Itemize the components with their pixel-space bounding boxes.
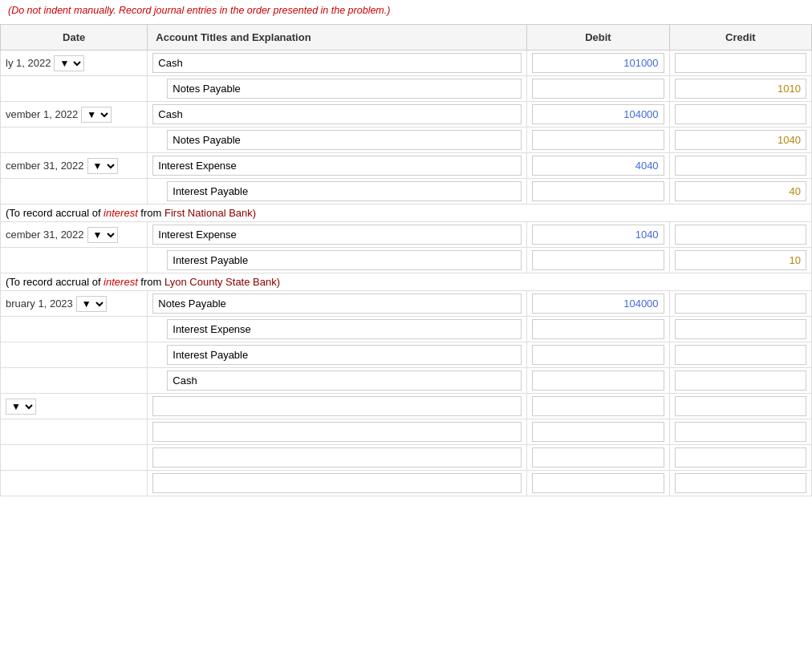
account-input-13-0[interactable] xyxy=(167,370,522,391)
account-input-12-0[interactable] xyxy=(167,345,522,365)
credit-input-4-0[interactable] xyxy=(675,156,806,176)
date-label-10: bruary 1, 2023 xyxy=(6,298,73,310)
credit-cell-17-0 xyxy=(669,471,811,496)
debit-input-8-0[interactable] xyxy=(532,250,664,270)
col-header-account: Account Titles and Explanation xyxy=(148,25,527,51)
account-input-17-0[interactable] xyxy=(152,473,522,493)
date-dropdown-2[interactable]: ▼ xyxy=(81,107,112,123)
account-input-15-0[interactable] xyxy=(152,422,522,442)
debit-input-0-0[interactable] xyxy=(532,53,664,73)
account-cell-1-0 xyxy=(148,76,527,102)
debit-input-12-0[interactable] xyxy=(532,345,664,365)
debit-cell-17-0 xyxy=(527,471,669,496)
debit-cell-5-0 xyxy=(527,179,669,204)
table-row: bruary 1, 2023▼ xyxy=(1,291,812,317)
date-cell-17 xyxy=(1,471,148,496)
date-cell-5 xyxy=(1,179,148,204)
debit-input-14-0[interactable] xyxy=(532,396,664,416)
account-cell-0-0 xyxy=(148,51,527,76)
table-row xyxy=(1,471,812,496)
credit-input-2-0[interactable] xyxy=(675,104,806,124)
account-input-8-0[interactable] xyxy=(167,250,522,270)
credit-input-14-0[interactable] xyxy=(675,396,806,416)
account-cell-14-0 xyxy=(148,394,527,419)
account-cell-4-0 xyxy=(148,153,527,179)
credit-input-5-0[interactable] xyxy=(675,181,806,201)
credit-input-8-0[interactable] xyxy=(675,250,806,270)
credit-input-10-0[interactable] xyxy=(675,294,806,314)
date-cell-1 xyxy=(1,76,148,102)
debit-input-1-0[interactable] xyxy=(532,79,664,99)
date-cell-10: bruary 1, 2023▼ xyxy=(1,291,148,317)
credit-input-13-0[interactable] xyxy=(675,370,806,391)
account-cell-10-0 xyxy=(148,291,527,317)
account-cell-16-0 xyxy=(148,445,527,471)
credit-cell-8-0 xyxy=(669,248,811,273)
debit-input-17-0[interactable] xyxy=(532,473,664,493)
debit-input-13-0[interactable] xyxy=(532,370,664,391)
credit-input-15-0[interactable] xyxy=(675,422,806,442)
table-row: cember 31, 2022▼ xyxy=(1,222,812,248)
credit-input-1-0[interactable] xyxy=(675,79,806,99)
table-row xyxy=(1,342,812,368)
debit-cell-13-0 xyxy=(527,368,669,394)
table-row: cember 31, 2022▼ xyxy=(1,153,812,179)
account-input-3-0[interactable] xyxy=(167,130,522,150)
credit-input-17-0[interactable] xyxy=(675,473,806,493)
date-cell-8 xyxy=(1,248,148,273)
debit-input-16-0[interactable] xyxy=(532,447,664,468)
debit-input-2-0[interactable] xyxy=(532,104,664,124)
date-cell-4: cember 31, 2022▼ xyxy=(1,153,148,179)
account-input-2-0[interactable] xyxy=(152,104,522,124)
debit-input-3-0[interactable] xyxy=(532,130,664,150)
debit-input-11-0[interactable] xyxy=(532,319,664,339)
account-cell-2-0 xyxy=(148,102,527,128)
credit-cell-4-0 xyxy=(669,153,811,179)
debit-input-15-0[interactable] xyxy=(532,422,664,442)
date-dropdown-14[interactable]: ▼ xyxy=(6,399,36,415)
account-cell-8-0 xyxy=(148,248,527,273)
date-cell-13 xyxy=(1,368,148,394)
debit-input-7-0[interactable] xyxy=(532,225,664,245)
debit-input-4-0[interactable] xyxy=(532,156,664,176)
credit-input-11-0[interactable] xyxy=(675,319,806,339)
table-row xyxy=(1,419,812,445)
account-input-10-0[interactable] xyxy=(152,294,522,314)
debit-cell-2-0 xyxy=(527,102,669,128)
debit-cell-10-0 xyxy=(527,291,669,317)
credit-cell-3-0 xyxy=(669,128,811,153)
credit-cell-1-0 xyxy=(669,76,811,102)
account-input-1-0[interactable] xyxy=(167,79,522,99)
date-label-4: cember 31, 2022 xyxy=(6,160,84,172)
account-input-16-0[interactable] xyxy=(152,447,522,468)
debit-cell-0-0 xyxy=(527,51,669,76)
account-input-7-0[interactable] xyxy=(152,225,522,245)
credit-input-7-0[interactable] xyxy=(675,225,806,245)
table-row xyxy=(1,128,812,153)
account-input-0-0[interactable] xyxy=(152,53,522,73)
account-input-5-0[interactable] xyxy=(167,181,522,201)
date-label-0: ly 1, 2022 xyxy=(6,57,51,69)
account-input-4-0[interactable] xyxy=(152,156,522,176)
date-dropdown-0[interactable]: ▼ xyxy=(54,55,84,71)
account-cell-13-0 xyxy=(148,368,527,394)
date-dropdown-7[interactable]: ▼ xyxy=(87,227,118,243)
col-header-date: Date xyxy=(1,25,148,51)
table-row xyxy=(1,248,812,273)
credit-input-3-0[interactable] xyxy=(675,130,806,150)
credit-cell-14-0 xyxy=(669,394,811,419)
debit-input-10-0[interactable] xyxy=(532,294,664,314)
date-dropdown-10[interactable]: ▼ xyxy=(76,296,107,312)
credit-input-12-0[interactable] xyxy=(675,345,806,365)
debit-input-5-0[interactable] xyxy=(532,181,664,201)
date-cell-11 xyxy=(1,317,148,342)
account-cell-15-0 xyxy=(148,419,527,445)
credit-input-0-0[interactable] xyxy=(675,53,806,73)
debit-cell-4-0 xyxy=(527,153,669,179)
debit-cell-14-0 xyxy=(527,394,669,419)
date-dropdown-4[interactable]: ▼ xyxy=(87,158,118,174)
credit-input-16-0[interactable] xyxy=(675,447,806,468)
account-input-14-0[interactable] xyxy=(152,396,522,416)
account-input-11-0[interactable] xyxy=(167,319,522,339)
credit-cell-7-0 xyxy=(669,222,811,248)
